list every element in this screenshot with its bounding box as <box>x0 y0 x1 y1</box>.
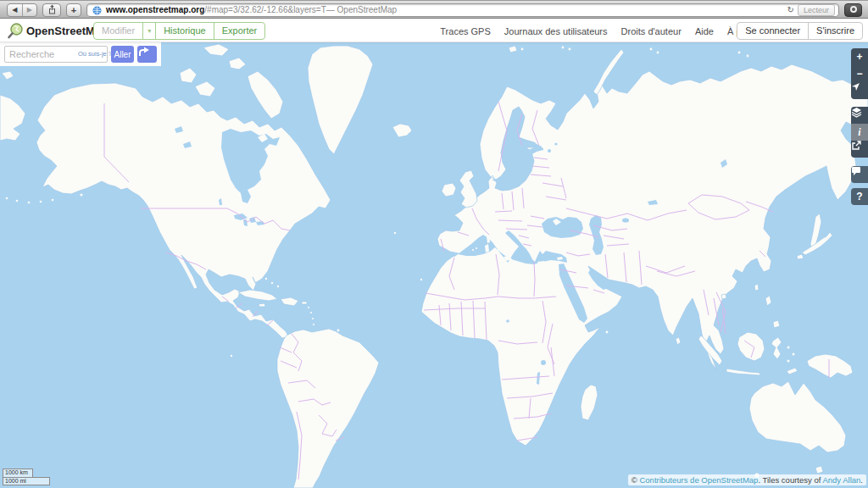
map-attribution: © Contributeurs de OpenStreetMap. Tiles … <box>628 474 866 485</box>
attribution-suffix: . <box>860 475 863 485</box>
zoom-out-button[interactable]: − <box>851 65 868 82</box>
signup-button[interactable]: S'inscrire <box>808 23 862 39</box>
attribution-middle-text: . Tiles courtesy of <box>758 475 822 485</box>
osm-logo-icon <box>7 22 25 40</box>
export-button[interactable]: Exporter <box>214 23 265 39</box>
url-title-suffix: — OpenStreetMap <box>326 4 397 16</box>
nav-user-diaries[interactable]: Journaux des utilisateurs <box>504 26 608 36</box>
nav-help[interactable]: Aide <box>695 26 714 36</box>
tile-author-link[interactable]: Andy Allan <box>822 475 860 485</box>
map-key-button[interactable]: i <box>851 124 868 141</box>
edit-dropdown-caret-icon[interactable]: ▾ <box>142 23 155 39</box>
site-favicon-globe-icon <box>92 6 102 15</box>
zoom-in-button[interactable]: + <box>851 48 868 65</box>
back-icon[interactable]: ◀ <box>8 4 23 16</box>
login-button[interactable]: Se connecter <box>737 23 808 39</box>
account-buttons: Se connecter S'inscrire <box>737 22 863 40</box>
map-action-buttons: Modifier ▾ Historique Exporter <box>93 22 265 40</box>
search-panel: Où suis-je ? Aller <box>0 42 161 66</box>
landmasses <box>0 44 868 488</box>
locate-button[interactable] <box>851 82 868 99</box>
scale-km: 1000 km <box>3 469 33 477</box>
url-host: www.openstreetmap.org <box>106 4 204 16</box>
contributors-link[interactable]: Contributeurs de OpenStreetMap <box>639 475 758 485</box>
go-button[interactable]: Aller <box>111 46 134 63</box>
extension-icon <box>850 6 857 13</box>
share-map-button[interactable] <box>851 141 868 158</box>
share-map-icon <box>851 141 861 151</box>
history-nav-buttons[interactable]: ◀ ▶ <box>7 3 37 17</box>
scale-mi: 1000 mi <box>3 477 50 485</box>
new-tab-button[interactable]: + <box>66 3 81 17</box>
reload-icon[interactable]: ↻ <box>787 4 794 16</box>
url-path: /#map=3/32.62/-12.66&layers=T <box>204 4 326 16</box>
note-bubble-icon <box>851 166 861 176</box>
map-viewport[interactable]: Où suis-je ? Aller + − i ? <box>0 42 868 488</box>
attribution-copyright: © <box>632 475 640 485</box>
browser-toolbar: ◀ ▶ + www.openstreetmap.org/#map=3/32.62… <box>0 0 868 19</box>
extension-button[interactable] <box>844 3 862 17</box>
address-bar[interactable]: www.openstreetmap.org/#map=3/32.62/-12.6… <box>86 3 839 17</box>
share-icon <box>47 4 57 14</box>
share-button[interactable] <box>42 3 61 17</box>
nav-gps-traces[interactable]: Traces GPS <box>440 26 491 36</box>
world-map[interactable] <box>0 42 868 488</box>
help-button[interactable]: ? <box>851 188 868 205</box>
osm-header: OpenStreetMap Modifier ▾ Historique Expo… <box>0 19 868 42</box>
edit-button[interactable]: Modifier <box>94 23 142 39</box>
where-am-i-link[interactable]: Où suis-je ? <box>78 50 112 58</box>
safari-window: { "browser": { "back": "◀", "forward": "… <box>0 0 868 488</box>
nav-copyright[interactable]: Droits d'auteur <box>621 26 682 36</box>
directions-button[interactable] <box>137 46 157 63</box>
add-note-button[interactable] <box>851 166 868 183</box>
history-button[interactable]: Historique <box>155 23 214 39</box>
reader-button[interactable]: Lecteur <box>798 4 835 16</box>
forward-icon[interactable]: ▶ <box>23 4 37 16</box>
scale-control: 1000 km 1000 mi <box>3 469 50 485</box>
locate-icon <box>851 82 860 92</box>
directions-icon <box>137 46 150 57</box>
layers-button[interactable] <box>851 107 868 124</box>
layers-icon <box>851 107 862 118</box>
top-navigation: Traces GPS Journaux des utilisateurs Dro… <box>429 26 765 36</box>
